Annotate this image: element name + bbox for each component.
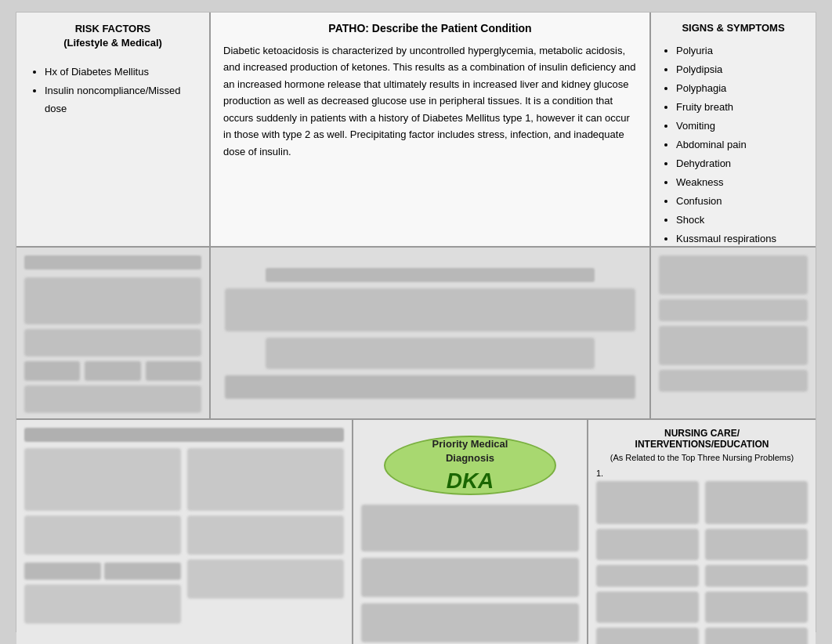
risk-factors-subtitle: (Lifestyle & Medical)	[63, 37, 162, 49]
patho-title: PATHO: Describe the Patient Condition	[223, 22, 637, 34]
list-item: Dehydration	[676, 154, 805, 173]
bottom-left-panel	[16, 420, 353, 644]
list-item: Abdominal pain	[676, 136, 805, 154]
signs-symptoms-list: Polyuria Polydipsia Polyphagia Fruity br…	[662, 42, 805, 249]
list-item: Fruity breath	[676, 98, 805, 117]
risk-factors-title: RISK FACTORS (Lifestyle & Medical)	[29, 22, 197, 50]
risk-factors-panel: RISK FACTORS (Lifestyle & Medical) Hx of…	[16, 13, 211, 246]
list-item: Shock	[676, 211, 805, 230]
signs-symptoms-panel: SIGNS & SYMPTOMS Polyuria Polydipsia Pol…	[651, 13, 816, 246]
nursing-care-header: NURSING CARE/ INTERVENTIONS/EDUCATION	[596, 428, 808, 450]
list-item: Polyuria	[676, 42, 805, 60]
top-section: RISK FACTORS (Lifestyle & Medical) Hx of…	[16, 13, 816, 248]
bottom-right-panel: NURSING CARE/ INTERVENTIONS/EDUCATION (A…	[588, 420, 816, 644]
priority-label: Priority Medical Diagnosis	[432, 437, 508, 465]
risk-factors-heading: RISK FACTORS	[75, 23, 151, 34]
middle-right-panel	[651, 248, 816, 418]
list-item: Insulin noncompliance/Missed dose	[45, 81, 197, 118]
list-item: Vomiting	[676, 117, 805, 136]
bottom-center-panel: Priority Medical Diagnosis DKA	[353, 420, 588, 644]
bottom-section: Priority Medical Diagnosis DKA NURSING C…	[16, 420, 816, 644]
patho-text: Diabetic ketoacidosis is characterized b…	[223, 42, 637, 160]
middle-section	[16, 248, 816, 420]
list-item: Confusion	[676, 192, 805, 211]
priority-label-text: Priority Medical Diagnosis	[432, 438, 508, 464]
list-item: Kussmaul respirations	[676, 230, 805, 248]
signs-symptoms-title: SIGNS & SYMPTOMS	[662, 22, 805, 34]
nursing-care-subheader: (As Related to the Top Three Nursing Pro…	[596, 453, 808, 462]
dka-title: DKA	[447, 469, 494, 494]
patho-panel: PATHO: Describe the Patient Condition Di…	[211, 13, 651, 246]
center-blurred-area	[361, 505, 579, 642]
middle-center-panel	[211, 248, 651, 418]
middle-left-panel	[16, 248, 211, 418]
right-blurred-area	[596, 481, 808, 644]
list-item: Hx of Diabetes Mellitus	[45, 63, 197, 81]
risk-factors-list: Hx of Diabetes Mellitus Insulin noncompl…	[29, 63, 197, 118]
main-container: RISK FACTORS (Lifestyle & Medical) Hx of…	[16, 12, 816, 632]
list-item: Polyphagia	[676, 79, 805, 98]
list-item: Polydipsia	[676, 60, 805, 79]
dka-oval: Priority Medical Diagnosis DKA	[384, 436, 556, 495]
list-item: Weakness	[676, 173, 805, 192]
nursing-item-1: 1.	[596, 469, 808, 478]
